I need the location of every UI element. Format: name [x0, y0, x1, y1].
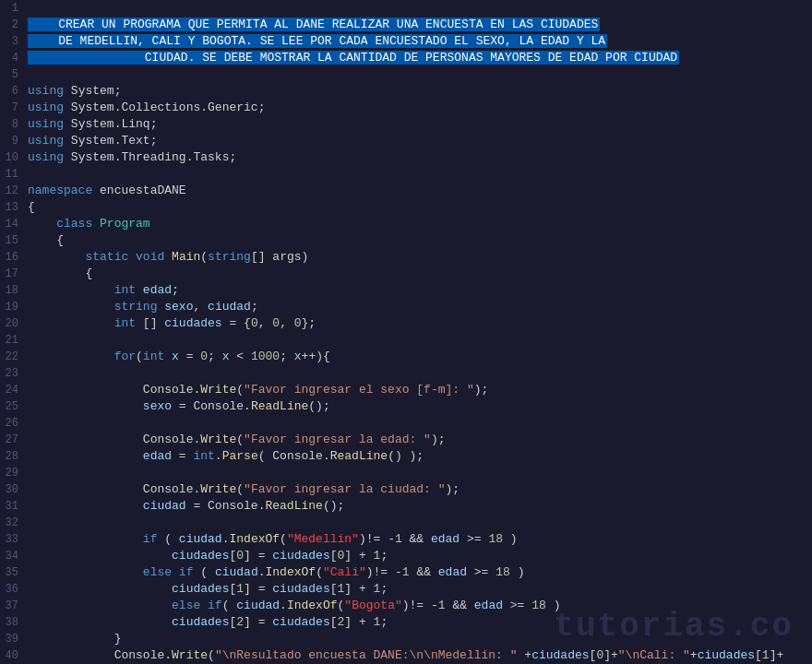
line-9: 9 using System.Text; — [0, 133, 812, 149]
line-13: 13 { — [0, 199, 812, 216]
line-33: 33 if ( ciudad.IndexOf("Medellin")!= -1 … — [0, 531, 812, 548]
line-20: 20 int [] ciudades = {0, 0, 0}; — [0, 315, 812, 332]
line-10: 10 using System.Threading.Tasks; — [0, 149, 812, 166]
line-8: 8 using System.Linq; — [0, 116, 812, 133]
line-21: 21 — [0, 332, 812, 349]
line-26: 26 — [0, 415, 812, 432]
line-5: 5 — [0, 66, 812, 83]
line-22: 22 for(int x = 0; x < 1000; x++){ — [0, 349, 812, 365]
line-39: 39 } — [0, 631, 812, 647]
line-1: 1 — [0, 0, 812, 17]
line-27: 27 Console.Write("Favor ingresar la edad… — [0, 432, 812, 448]
line-35: 35 else if ( ciudad.IndexOf("Cali")!= -1… — [0, 564, 812, 581]
line-4: 4 CIUDAD. SE DEBE MOSTRAR LA CANTIDAD DE… — [0, 50, 812, 66]
line-15: 15 { — [0, 232, 812, 249]
line-18: 18 int edad; — [0, 282, 812, 299]
line-19: 19 string sexo, ciudad; — [0, 299, 812, 315]
line-14: 14 class Program — [0, 216, 812, 232]
code-editor: 1 2 CREAR UN PROGRAMA QUE PERMITA AL DAN… — [0, 0, 812, 664]
line-32: 32 — [0, 515, 812, 531]
line-3: 3 DE MEDELLIN, CALI Y BOGOTA. SE LEE POR… — [0, 33, 812, 50]
line-37: 37 else if( ciudad.IndexOf("Bogota")!= -… — [0, 598, 812, 614]
line-2: 2 CREAR UN PROGRAMA QUE PERMITA AL DANE … — [0, 17, 812, 33]
line-25: 25 sexo = Console.ReadLine(); — [0, 398, 812, 415]
line-24: 24 Console.Write("Favor ingresar el sexo… — [0, 382, 812, 398]
line-7: 7 using System.Collections.Generic; — [0, 100, 812, 116]
line-23: 23 — [0, 365, 812, 382]
line-31: 31 ciudad = Console.ReadLine(); — [0, 498, 812, 515]
line-16: 16 static void Main(string[] args) — [0, 249, 812, 266]
line-38: 38 ciudades[2] = ciudades[2] + 1; — [0, 614, 812, 631]
line-36: 36 ciudades[1] = ciudades[1] + 1; — [0, 581, 812, 598]
line-12: 12 namespace encuestaDANE — [0, 183, 812, 199]
line-30: 30 Console.Write("Favor ingresar la ciud… — [0, 481, 812, 498]
line-6: 6 using System; — [0, 83, 812, 100]
line-29: 29 — [0, 465, 812, 481]
line-34: 34 ciudades[0] = ciudades[0] + 1; — [0, 548, 812, 564]
line-11: 11 — [0, 166, 812, 183]
line-17: 17 { — [0, 266, 812, 282]
line-40: 40 Console.Write("\nResultado encuesta D… — [0, 647, 812, 664]
line-28: 28 edad = int.Parse( Console.ReadLine() … — [0, 448, 812, 465]
